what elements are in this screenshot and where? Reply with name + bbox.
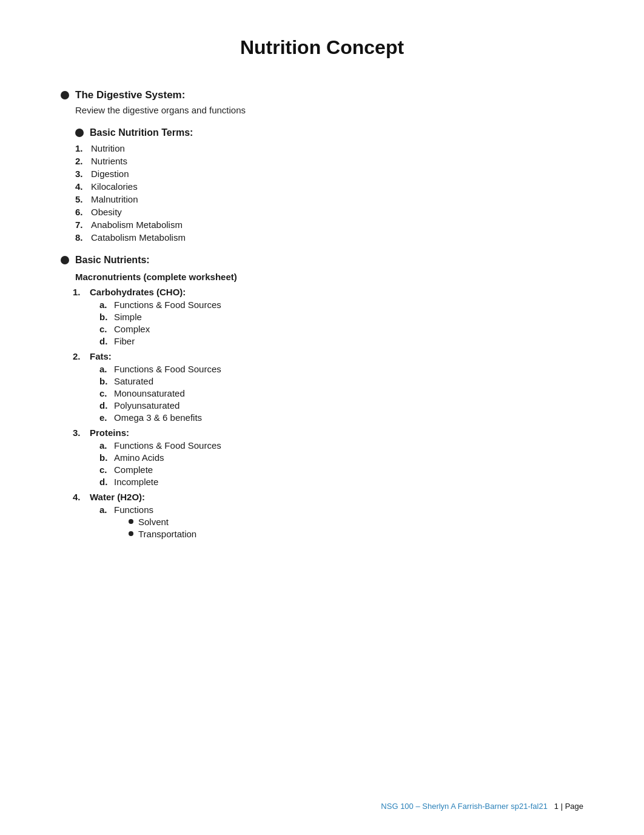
macro-item-header: 2.Fats: [73,351,583,361]
list-num: 8. [75,232,87,243]
list-text: Nutrients [91,156,127,166]
footer-course-info: NSG 100 – Sherlyn A Farrish-Barner sp21-… [381,802,548,811]
list-item: d.Polyunsaturated [99,400,583,411]
list-item: a.Functions & Food Sources [99,440,583,451]
digestive-subtext: Review the digestive organs and function… [75,105,583,115]
sub-text: Polyunsaturated [114,400,179,411]
list-item: c.Complete [99,464,583,475]
list-item: Solvent [129,517,196,527]
page-title: Nutrition Concept [61,36,583,59]
list-item: c.Complex [99,324,583,334]
list-num: 6. [75,207,87,217]
basic-nutrition-heading-text: Basic Nutrition Terms: [90,127,193,138]
sub-text: Complete [114,464,153,475]
macro-item: 2.Fats:a.Functions & Food Sourcesb.Satur… [73,351,583,423]
list-item: 6.Obesity [75,207,583,217]
list-num: 7. [75,220,87,230]
list-text: Kilocalories [91,181,138,192]
sub-alpha-list: a.Functions & Food Sourcesb.Simplec.Comp… [99,300,583,346]
list-item: b.Saturated [99,376,583,386]
alpha-label: b. [99,312,110,322]
list-text: Obesity [91,207,122,217]
macro-label: Carbohydrates (CHO): [90,287,186,297]
sub-alpha-list: a.Functions & Food Sourcesb.Amino Acidsc… [99,440,583,487]
sub-text: Functions & Food Sources [114,440,221,451]
list-item: a.Functions & Food Sources [99,364,583,374]
sub-alpha-list: a.FunctionsSolventTransportation [99,505,583,541]
list-num: 5. [75,194,87,204]
list-item: e.Omega 3 & 6 benefits [99,412,583,423]
alpha-label: d. [99,477,110,487]
list-item: 4.Kilocalories [75,181,583,192]
macro-label: Fats: [90,351,112,361]
list-item: 5.Malnutrition [75,194,583,204]
bullet-dot-icon [129,531,133,536]
macro-num: 3. [73,428,86,438]
sub-text: Functions & Food Sources [114,300,221,310]
macro-num: 1. [73,287,86,297]
sub-text: Monounsaturated [114,388,185,398]
basic-nutrition-heading: Basic Nutrition Terms: [75,127,583,138]
alpha-label: a. [99,505,110,515]
alpha-label: a. [99,440,110,451]
sub-text: Functions [114,505,153,515]
basic-nutrients-heading: Basic Nutrients: [61,255,583,266]
sub-text: Saturated [114,376,153,386]
list-item: b.Amino Acids [99,452,583,463]
bullet-sub-list: SolventTransportation [129,517,196,539]
list-item: c.Monounsaturated [99,388,583,398]
bullet-dot-icon [129,519,133,524]
list-num: 1. [75,143,87,153]
list-text: Anabolism Metabolism [91,220,183,230]
sub-item-wrapper: FunctionsSolventTransportation [114,505,196,541]
footer-page-label: 1 | Page [550,802,583,811]
list-num: 4. [75,181,87,192]
list-item: 3.Digestion [75,169,583,179]
digestive-heading: The Digestive System: [61,89,583,101]
footer: NSG 100 – Sherlyn A Farrish-Barner sp21-… [381,802,583,811]
macro-list: 1.Carbohydrates (CHO):a.Functions & Food… [73,287,583,541]
basic-nutrients-heading-text: Basic Nutrients: [75,255,150,266]
macro-item-header: 3.Proteins: [73,428,583,438]
digestive-bullet-icon [61,91,69,99]
macro-item-header: 4.Water (H2O): [73,492,583,502]
basic-nutrition-bullet-icon [75,129,84,137]
nutrition-terms-list: 1.Nutrition2.Nutrients3.Digestion4.Kiloc… [75,143,583,243]
alpha-label: b. [99,376,110,386]
alpha-label: c. [99,464,110,475]
macro-item: 1.Carbohydrates (CHO):a.Functions & Food… [73,287,583,346]
sub-alpha-list: a.Functions & Food Sourcesb.Saturatedc.M… [99,364,583,423]
macro-item: 3.Proteins:a.Functions & Food Sourcesb.A… [73,428,583,487]
list-item: d.Incomplete [99,477,583,487]
basic-nutrition-section: Basic Nutrition Terms: 1.Nutrition2.Nutr… [61,127,583,243]
sub-text: Fiber [114,336,135,346]
sub-text: Complex [114,324,150,334]
alpha-label: c. [99,388,110,398]
list-text: Digestion [91,169,129,179]
list-item: b.Simple [99,312,583,322]
macro-num: 2. [73,351,86,361]
list-num: 2. [75,156,87,166]
list-text: Nutrition [91,143,125,153]
list-item: 8.Catabolism Metabolism [75,232,583,243]
basic-nutrients-section: Basic Nutrients: Macronutrients (complet… [61,255,583,541]
sub-text: Incomplete [114,477,158,487]
basic-nutrients-bullet-icon [61,256,69,264]
list-item: 1.Nutrition [75,143,583,153]
bullet-text: Solvent [138,517,169,527]
macro-label: Water (H2O): [90,492,145,502]
list-item: d.Fiber [99,336,583,346]
list-item: 7.Anabolism Metabolism [75,220,583,230]
list-item: Transportation [129,529,196,539]
sub-text: Amino Acids [114,452,164,463]
macro-label: Proteins: [90,428,129,438]
alpha-label: b. [99,452,110,463]
sub-text: Functions & Food Sources [114,364,221,374]
alpha-label: a. [99,300,110,310]
digestive-heading-text: The Digestive System: [75,89,185,101]
alpha-label: e. [99,412,110,423]
list-item: a.FunctionsSolventTransportation [99,505,583,541]
macro-item: 4.Water (H2O):a.FunctionsSolventTranspor… [73,492,583,541]
macro-item-header: 1.Carbohydrates (CHO): [73,287,583,297]
list-item: 2.Nutrients [75,156,583,166]
